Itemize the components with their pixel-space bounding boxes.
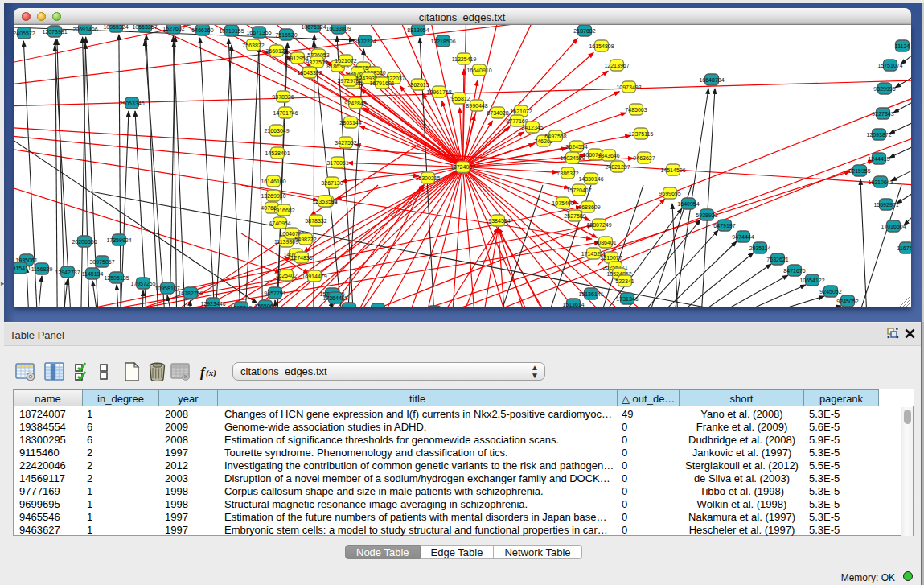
svg-text:12093872: 12093872 — [866, 132, 891, 138]
svg-text:1274836: 1274836 — [290, 255, 312, 261]
svg-text:15300215: 15300215 — [415, 175, 440, 181]
svg-text:20206556: 20206556 — [72, 239, 97, 245]
svg-text:9245052: 9245052 — [819, 289, 841, 295]
svg-text:19384554: 19384554 — [485, 218, 510, 224]
svg-text:2412345: 2412345 — [521, 125, 543, 130]
svg-text:16648784: 16648784 — [699, 77, 724, 83]
svg-text:16033809: 16033809 — [326, 26, 351, 31]
svg-text:14514506: 14514506 — [660, 167, 685, 173]
svg-text:2405572: 2405572 — [14, 31, 35, 36]
svg-text:11325419: 11325419 — [452, 56, 477, 62]
svg-text:9227343: 9227343 — [872, 111, 893, 117]
svg-text:1843646: 1843646 — [598, 153, 619, 159]
svg-text:9463627: 9463627 — [633, 155, 655, 161]
svg-text:1916682: 1916682 — [273, 208, 294, 213]
svg-text:9699695: 9699695 — [659, 191, 680, 196]
svg-text:16210643: 16210643 — [868, 179, 893, 185]
svg-text:10961758: 10961758 — [426, 89, 451, 95]
svg-text:9777169: 9777169 — [506, 118, 528, 124]
svg-text:10675324: 10675324 — [301, 25, 326, 30]
svg-text:7563822: 7563822 — [242, 43, 264, 48]
svg-text:16782759: 16782759 — [178, 290, 203, 296]
svg-text:116753: 116753 — [897, 245, 911, 251]
svg-text:12073981: 12073981 — [42, 29, 67, 35]
svg-text:30975867: 30975867 — [89, 259, 114, 265]
svg-text:10965324: 10965324 — [103, 25, 128, 30]
svg-text:14330146: 14330146 — [578, 176, 603, 182]
svg-text:17145211: 17145211 — [581, 251, 606, 257]
svg-text:3624554: 3624554 — [565, 144, 587, 150]
svg-text:12923446: 12923446 — [200, 301, 225, 307]
svg-text:12942737: 12942737 — [55, 270, 80, 275]
svg-text:7955812: 7955812 — [448, 96, 470, 101]
svg-text:17359924: 17359924 — [106, 237, 131, 243]
svg-text:10719155: 10719155 — [219, 28, 244, 34]
svg-text:17016504: 17016504 — [881, 224, 906, 229]
svg-text:10973493: 10973493 — [616, 84, 641, 90]
svg-text:13269910: 13269910 — [261, 193, 285, 199]
svg-text:16640910: 16640910 — [466, 68, 491, 73]
svg-text:20691406: 20691406 — [72, 27, 97, 32]
svg-text:11124: 11124 — [895, 43, 910, 49]
svg-text:522341: 522341 — [615, 278, 634, 284]
svg-text:2803144: 2803144 — [339, 120, 361, 126]
svg-text:17364485: 17364485 — [322, 295, 347, 301]
svg-text:10688609: 10688609 — [575, 204, 600, 210]
svg-text:16543392: 16543392 — [297, 70, 322, 76]
svg-text:9457791: 9457791 — [264, 290, 285, 296]
svg-text:7485063: 7485063 — [625, 107, 647, 113]
svg-text:3267130: 3267130 — [321, 180, 343, 186]
svg-text:9474444: 9474444 — [732, 234, 754, 240]
svg-text:8990448: 8990448 — [466, 103, 487, 109]
svg-text:17957255: 17957255 — [130, 281, 155, 286]
svg-text:7515520: 7515520 — [275, 32, 297, 38]
svg-text:12353594: 12353594 — [312, 199, 337, 204]
svg-text:10654122: 10654122 — [799, 278, 824, 283]
svg-text:1731346: 1731346 — [616, 296, 638, 302]
svg-text:18724007: 18724007 — [450, 164, 475, 170]
svg-text:15136141: 15136141 — [578, 291, 603, 297]
svg-text:8813054: 8813054 — [407, 27, 429, 33]
svg-text:9327502: 9327502 — [306, 60, 327, 65]
svg-text:1527602: 1527602 — [162, 26, 184, 31]
svg-text:9086401: 9086401 — [594, 240, 616, 245]
svg-text:10024589: 10024589 — [560, 155, 585, 161]
svg-text:1075400: 1075400 — [552, 200, 573, 206]
svg-text:1145194: 1145194 — [82, 271, 104, 277]
svg-text:15692971: 15692971 — [873, 202, 898, 208]
svg-text:1621072: 1621072 — [335, 58, 356, 64]
svg-text:4740954: 4740954 — [269, 220, 290, 226]
svg-text:1244415: 1244415 — [868, 156, 889, 162]
svg-text:12505135: 12505135 — [104, 275, 129, 281]
svg-text:12218506: 12218506 — [430, 39, 455, 44]
svg-text:24821237: 24821237 — [605, 164, 630, 170]
svg-text:6479197: 6479197 — [713, 223, 735, 229]
svg-text:12375115: 12375115 — [629, 131, 654, 137]
svg-text:14701746: 14701746 — [273, 110, 298, 116]
svg-text:1621072: 1621072 — [510, 109, 532, 114]
svg-text:1565061: 1565061 — [254, 303, 276, 308]
svg-text:10553267: 10553267 — [132, 25, 157, 30]
svg-text:5498222: 5498222 — [294, 237, 316, 242]
svg-text:10958107: 10958107 — [154, 286, 179, 291]
svg-text:2935114: 2935114 — [749, 245, 771, 251]
svg-text:29053346: 29053346 — [119, 101, 144, 106]
svg-text:(x): (x) — [206, 368, 216, 378]
svg-text:7625402: 7625402 — [275, 273, 297, 278]
svg-text:8572224: 8572224 — [354, 39, 376, 44]
svg-text:16146100: 16146100 — [261, 179, 285, 184]
svg-text:1292345: 1292345 — [367, 307, 388, 308]
svg-text:3170061: 3170061 — [326, 160, 348, 166]
svg-text:12213967: 12213967 — [604, 63, 629, 68]
svg-text:5878332: 5878332 — [305, 218, 326, 224]
svg-text:1362615: 1362615 — [407, 82, 429, 88]
svg-text:1292345: 1292345 — [230, 305, 252, 308]
svg-text:3660124: 3660124 — [265, 48, 287, 54]
svg-text:14538401: 14538401 — [265, 150, 290, 156]
svg-text:15720407: 15720407 — [566, 187, 591, 193]
svg-text:16791601: 16791601 — [369, 80, 394, 86]
svg-text:21663049: 21663049 — [264, 128, 289, 134]
svg-text:3427552: 3427552 — [335, 140, 356, 146]
svg-text:8215955: 8215955 — [848, 168, 870, 174]
svg-text:2527589: 2527589 — [564, 213, 585, 219]
